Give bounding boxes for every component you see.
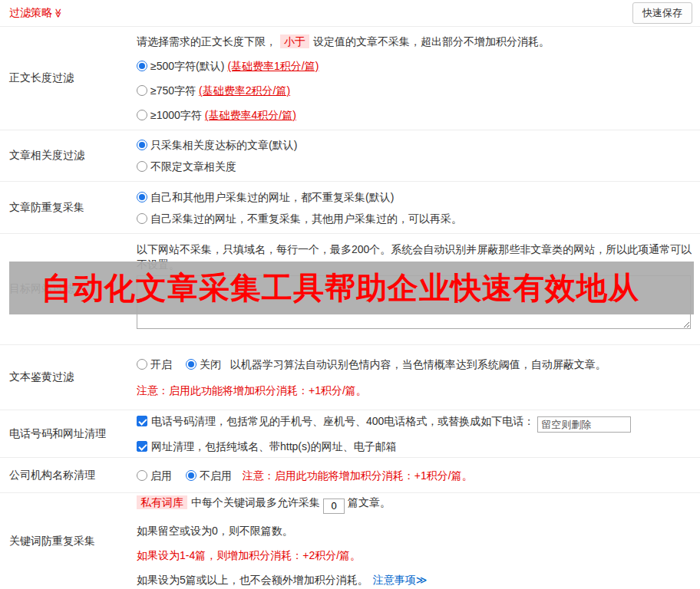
company-clean-label: 公司机构名称清理 — [0, 458, 137, 492]
row-dedupe: 文章防重复采集 自己和其他用户采集过的网址，都不重复采集(默认) 自己采集过的网… — [0, 182, 700, 234]
radio-option-company-off[interactable]: 不启用 — [186, 469, 235, 482]
radio-option-dedupe-all[interactable]: 自己和其他用户采集过的网址，都不重复采集(默认) — [137, 189, 694, 205]
radio-icon[interactable] — [137, 192, 147, 202]
radio-icon[interactable] — [137, 110, 147, 120]
porn-filter-desc: 以机器学习算法自动识别色情内容，当色情概率达到系统阈值，自动屏蔽文章。 — [230, 358, 606, 370]
private-lexicon-highlight: 私有词库 — [137, 495, 187, 509]
phone-url-clean-content: 电话号码清理，包括常见的手机号、座机号、400电话格式，或替换成如下电话： 网址… — [137, 410, 700, 457]
porn-filter-content: 开启 关闭 以机器学习算法自动识别色情内容，当色情概率达到系统阈值，自动屏蔽文章… — [137, 345, 700, 410]
keyword-line1-mid: 中每个关键词最多允许采集 — [191, 496, 320, 508]
radio-option-750[interactable]: ≥750字符(基础费率2积分/篇) — [137, 83, 694, 98]
intro-highlight: 小于 — [280, 35, 309, 48]
radio-label: ≥500字符(默认) — [150, 60, 224, 72]
radio-option-1000[interactable]: ≥1000字符(基础费率4积分/篇) — [137, 107, 694, 123]
checkbox-icon[interactable] — [137, 441, 147, 452]
keyword-dedupe-content: 私有词库中每个关键词最多允许采集篇文章。 如果留空或设为0，则不限篇数。 如果设… — [137, 493, 700, 589]
company-clean-warning: 注意：启用此功能将增加积分消耗：+1积分/篇。 — [243, 469, 473, 482]
content-length-intro: 请选择需求的正文长度下限，小于设定值的文章不采集，超出部分不增加积分消耗。 — [137, 34, 694, 49]
radio-note: (基础费率2积分/篇) — [199, 84, 290, 97]
quick-save-button[interactable]: 快速保存 — [632, 2, 692, 24]
radio-option-porn-on[interactable]: 开启 — [137, 358, 175, 370]
row-content-length: 正文长度过滤 请选择需求的正文长度下限，小于设定值的文章不采集，超出部分不增加积… — [0, 27, 700, 130]
radio-label: ≥1000字符 — [150, 109, 202, 121]
phone-url-clean-label: 电话号码和网址清理 — [0, 410, 137, 457]
relevance-options: 只采集相关度达标的文章(默认) 不限定文章相关度 — [137, 130, 700, 181]
radio-label: 自己和其他用户采集过的网址，都不重复采集(默认) — [150, 191, 394, 203]
radio-icon[interactable] — [137, 85, 147, 96]
page-title-wrap: 过滤策略≫ — [9, 6, 64, 20]
radio-icon[interactable] — [137, 359, 147, 370]
page-title[interactable]: 过滤策略 — [9, 6, 52, 18]
radio-icon[interactable] — [137, 213, 147, 224]
intro-pre: 请选择需求的正文长度下限， — [137, 35, 276, 48]
chevron-down-icon[interactable]: ≫ — [53, 8, 64, 18]
porn-filter-warning: 注意：启用此功能将增加积分消耗：+1积分/篇。 — [137, 383, 694, 398]
radio-icon[interactable] — [137, 470, 147, 481]
radio-icon[interactable] — [137, 140, 147, 150]
radio-icon[interactable] — [186, 359, 196, 370]
radio-icon[interactable] — [186, 470, 196, 481]
watermark-banner: 自动化文章采集工具帮助企业快速有效地从 — [9, 262, 694, 314]
radio-option-500[interactable]: ≥500字符(默认)(基础费率1积分/篇) — [137, 58, 694, 74]
checkbox-icon[interactable] — [137, 416, 147, 426]
max-articles-input[interactable] — [323, 499, 345, 514]
keyword-dedupe-label: 关键词防重复采集 — [0, 493, 137, 589]
radio-label: ≥750字符 — [150, 84, 196, 97]
content-length-label: 正文长度过滤 — [0, 27, 137, 130]
radio-option-porn-off[interactable]: 关闭 — [186, 358, 224, 370]
dedupe-options: 自己和其他用户采集过的网址，都不重复采集(默认) 自己采集过的网址，不重复采集，… — [137, 182, 700, 233]
radio-icon[interactable] — [137, 161, 147, 172]
porn-filter-label: 文本鉴黄过滤 — [0, 345, 137, 410]
radio-note: (基础费率4积分/篇) — [205, 109, 296, 121]
row-phone-url-clean: 电话号码和网址清理 电话号码清理，包括常见的手机号、座机号、400电话格式，或替… — [0, 410, 700, 458]
content-length-options: 请选择需求的正文长度下限，小于设定值的文章不采集，超出部分不增加积分消耗。 ≥5… — [137, 27, 700, 130]
replacement-phone-input[interactable] — [537, 416, 631, 433]
row-keyword-dedupe: 关键词防重复采集 私有词库中每个关键词最多允许采集篇文章。 如果留空或设为0，则… — [0, 493, 700, 589]
radio-label: 开启 — [150, 358, 172, 370]
dedupe-label: 文章防重复采集 — [0, 182, 137, 233]
keyword-line4: 如果设为5篇或以上，也不会额外增加积分消耗。 — [137, 574, 368, 586]
radio-label: 不限定文章相关度 — [150, 160, 236, 173]
radio-option-relevance-strict[interactable]: 只采集相关度达标的文章(默认) — [137, 137, 694, 153]
radio-label: 不启用 — [200, 469, 232, 482]
radio-label: 启用 — [150, 469, 172, 482]
radio-note: (基础费率1积分/篇) — [227, 60, 319, 72]
checkbox-label: 网址清理，包括纯域名、带http(s)的网址、电子邮箱 — [151, 440, 397, 452]
radio-option-company-on[interactable]: 启用 — [137, 469, 175, 482]
company-clean-content: 启用 不启用 注意：启用此功能将增加积分消耗：+1积分/篇。 — [137, 458, 700, 492]
relevance-label: 文章相关度过滤 — [0, 130, 137, 181]
radio-label: 只采集相关度达标的文章(默认) — [150, 139, 297, 151]
keyword-line3: 如果设为1-4篇，则增加积分消耗：+2积分/篇。 — [137, 548, 694, 563]
intro-post: 设定值的文章不采集，超出部分不增加积分消耗。 — [313, 35, 550, 48]
radio-option-relevance-any[interactable]: 不限定文章相关度 — [137, 159, 694, 174]
checkbox-label: 电话号码清理，包括常见的手机号、座机号、400电话格式，或替换成如下电话： — [151, 415, 534, 427]
keyword-line2: 如果留空或设为0，则不限篇数。 — [137, 523, 694, 538]
row-company-clean: 公司机构名称清理 启用 不启用 注意：启用此功能将增加积分消耗：+1积分/篇。 — [0, 458, 700, 493]
row-porn-filter: 文本鉴黄过滤 开启 关闭 以机器学习算法自动识别色情内容，当色情概率达到系统阈值… — [0, 345, 700, 410]
radio-label: 关闭 — [200, 358, 221, 370]
radio-option-dedupe-own[interactable]: 自己采集过的网址，不重复采集，其他用户采集过的，可以再采。 — [137, 211, 694, 226]
checkbox-phone-clean[interactable]: 电话号码清理，包括常见的手机号、座机号、400电话格式，或替换成如下电话： — [137, 413, 694, 433]
row-relevance: 文章相关度过滤 只采集相关度达标的文章(默认) 不限定文章相关度 — [0, 130, 700, 182]
radio-label: 自己采集过的网址，不重复采集，其他用户采集过的，可以再采。 — [150, 212, 462, 225]
keyword-line1-end: 篇文章。 — [348, 496, 391, 508]
checkbox-url-clean[interactable]: 网址清理，包括纯域名、带http(s)的网址、电子邮箱 — [137, 439, 694, 454]
radio-icon[interactable] — [137, 61, 147, 71]
watermark-text: 自动化文章采集工具帮助企业快速有效地从 — [41, 267, 639, 309]
notes-link[interactable]: 注意事项≫ — [373, 574, 428, 586]
topbar: 过滤策略≫ 快速保存 — [0, 0, 700, 27]
